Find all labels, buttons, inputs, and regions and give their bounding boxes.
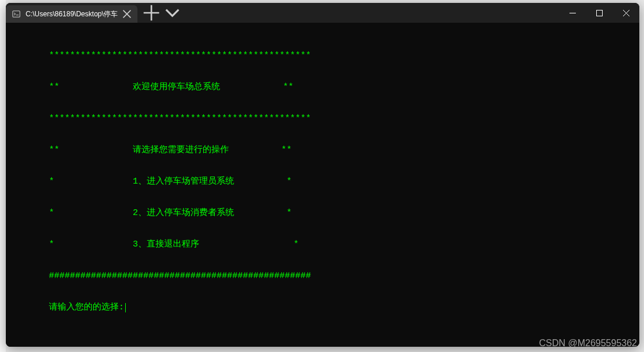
terminal-output: ****************************************… <box>6 30 639 334</box>
tab-dropdown-button[interactable] <box>163 4 182 22</box>
terminal-body[interactable]: ****************************************… <box>6 23 639 347</box>
output-line: * 1、进入停车场管理员系统 * <box>8 177 639 187</box>
tab-title: C:\Users\86189\Desktop\停车 <box>26 9 118 19</box>
cursor-icon <box>125 303 126 312</box>
tab-active[interactable]: C:\Users\86189\Desktop\停车 <box>6 5 137 23</box>
output-line: ****************************************… <box>8 51 639 61</box>
tabbar-controls <box>137 3 182 23</box>
prompt-text: 请输入您的的选择: <box>49 302 124 313</box>
output-line: ****************************************… <box>8 114 639 124</box>
new-tab-button[interactable] <box>142 4 161 22</box>
terminal-icon <box>12 9 21 19</box>
svg-rect-0 <box>13 11 20 17</box>
prompt-line: 请输入您的的选择: <box>8 302 639 313</box>
window-controls <box>559 3 639 23</box>
titlebar: C:\Users\86189\Desktop\停车 <box>6 3 639 23</box>
terminal-window: C:\Users\86189\Desktop\停车 <box>6 3 639 347</box>
output-line: ** 欢迎使用停车场总系统 ** <box>8 82 639 93</box>
output-line: * 2、进入停车场消费者系统 * <box>8 208 639 219</box>
close-window-button[interactable] <box>613 3 639 23</box>
maximize-button[interactable] <box>586 3 613 23</box>
minimize-button[interactable] <box>559 3 586 23</box>
output-line: * 3、直接退出程序 * <box>8 240 639 250</box>
output-line: ** 请选择您需要进行的操作 ** <box>8 145 639 156</box>
output-line: ########################################… <box>8 271 639 281</box>
svg-rect-1 <box>596 10 602 16</box>
close-tab-icon[interactable] <box>122 9 132 19</box>
